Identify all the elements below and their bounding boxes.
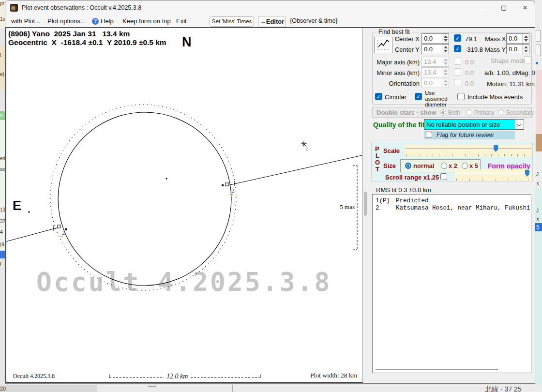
fitted-body-circle: [58, 112, 231, 286]
bg-block: [0, 251, 5, 258]
set-miss-times-button[interactable]: Set 'Miss' Times: [210, 16, 254, 27]
major-axis-spinner: 13.4: [422, 57, 449, 67]
plot-settings-panel: P L O T Scale Size normal x 2 x 5: [371, 142, 533, 181]
major-axis-value: 13.4: [424, 58, 436, 65]
slider-groove: [406, 148, 531, 149]
center-x-value[interactable]: 0.0: [424, 35, 433, 42]
double-both-radio: [440, 109, 446, 116]
flag-review-checkbox[interactable]: [426, 132, 432, 138]
bg-fragment: 13: [0, 207, 5, 212]
north-label: N: [182, 35, 192, 50]
spin-buttons[interactable]: [522, 34, 529, 43]
orientation-err-value: 0.0: [465, 80, 474, 87]
include-miss-events-label: Include Miss events: [467, 93, 523, 101]
menu-with-plot[interactable]: with Plot...: [11, 15, 40, 27]
observation-number: 2: [376, 205, 396, 211]
center-x-spinner[interactable]: 0.0: [422, 33, 449, 44]
menu-help[interactable]: Help: [101, 15, 114, 27]
plot-letter-o: O: [375, 159, 380, 166]
bg-block: [536, 134, 542, 151]
bg-divider: [232, 385, 233, 392]
chord2-left-endpoint: [58, 225, 60, 228]
center-x-label: Center X: [388, 35, 420, 43]
size-x5-radio[interactable]: [462, 163, 468, 169]
listbox-horizontal-scrollbar[interactable]: [376, 369, 498, 370]
ab-dmag-value: a/b: 1.00, dMag: 0.00: [484, 69, 529, 76]
observation-row[interactable]: 2Katsumasa Hosoi, near Miharu, Fukushima: [376, 205, 530, 212]
close-button[interactable]: ✕: [514, 0, 535, 15]
mass-y-value[interactable]: 0.0: [509, 45, 517, 53]
offset-x-checkbox[interactable]: [454, 34, 461, 42]
scale-slider-thumb[interactable]: [494, 145, 498, 152]
scrollbar-thumb[interactable]: [364, 192, 367, 216]
client-area: Occult 4.2025.3.8: [5, 28, 535, 384]
mass-x-value[interactable]: 0.0: [509, 35, 517, 42]
double-secondary-label: Secondary: [506, 109, 534, 116]
combo-dropdown-button[interactable]: [514, 120, 524, 129]
orientation-spinner: 0.0: [422, 78, 449, 88]
quality-combobox[interactable]: No reliable position or size: [424, 119, 524, 130]
spin-buttons[interactable]: [442, 45, 449, 54]
double-stars-group: Double stars - show Both Primary Seconda…: [372, 107, 532, 118]
spin-buttons[interactable]: [442, 34, 449, 43]
mass-y-spinner[interactable]: 0.0: [506, 44, 529, 54]
double-primary-label: Primary: [474, 109, 494, 116]
minimize-button[interactable]: —: [472, 0, 493, 15]
chord2-right-endpoint: [226, 183, 228, 186]
mass-x-spinner[interactable]: 0.0: [506, 33, 529, 44]
quality-of-fit-label: Quality of the fit: [373, 121, 425, 129]
spin-buttons[interactable]: [522, 45, 529, 54]
offset-y-checkbox[interactable]: [454, 45, 461, 52]
menu-exit[interactable]: Exit: [176, 15, 187, 27]
bg-fragment: F: [0, 261, 3, 267]
size-normal-label: normal: [413, 162, 434, 169]
titlebar[interactable]: Plot event observations : Occult v.4.202…: [5, 0, 535, 15]
bg-scroll-dash: [148, 386, 156, 387]
chord2-right-line: [228, 155, 362, 185]
use-assumed-diameter-checkbox[interactable]: [415, 93, 422, 100]
scroll-range-label: Scroll range x1.25: [385, 174, 439, 181]
plot-vertical-scrollbar[interactable]: [363, 28, 368, 383]
center-y-spinner[interactable]: 0.0: [422, 44, 449, 54]
orientation-label: Orientation: [373, 80, 420, 87]
size-label: Size: [383, 162, 396, 169]
event-title: (8906) Yano 2025 Jan 31 13.4 km: [8, 30, 130, 38]
center-y-value[interactable]: 0.0: [424, 45, 433, 53]
help-icon[interactable]: [92, 18, 99, 25]
shape-model-checkbox: [524, 56, 531, 63]
editor-button[interactable]: →Editor: [258, 16, 286, 27]
scroll-range-checkbox[interactable]: [440, 173, 447, 180]
app-icon: [10, 4, 18, 12]
predicted-star-label: 1: [305, 145, 308, 152]
menu-plot-options[interactable]: Plot options...: [47, 15, 86, 27]
east-label: E: [13, 198, 21, 213]
scale-slider[interactable]: [405, 145, 532, 157]
field-star-dot: [28, 211, 30, 213]
background-window-left-sliver: pt 1e t e) n ed se 13 37 4 (9 F: [0, 0, 5, 385]
menu-keep-on-top[interactable]: Keep form on top: [122, 15, 171, 27]
minor-axis-label: Minor axis (km): [373, 69, 420, 76]
orientation-err-checkbox: [454, 79, 461, 86]
bg-fragment: ed: [0, 156, 5, 161]
double-secondary-radio: [498, 109, 504, 116]
include-miss-events-checkbox[interactable]: [457, 93, 465, 100]
motion-value: Motion: 11.31 km/s: [487, 80, 535, 88]
bg-fragment-cjk: 北緯 · 37 25: [485, 385, 521, 392]
observation-row[interactable]: 1(P)Predicted: [376, 197, 530, 205]
maximize-button[interactable]: ▢: [493, 0, 514, 15]
size-normal-radio[interactable]: [405, 163, 411, 169]
mas-scale-label: 5 mas: [331, 203, 355, 211]
bg-fragment: 20: [0, 386, 6, 392]
circular-checkbox[interactable]: [375, 93, 382, 100]
bg-fragment: 5: [536, 224, 540, 231]
form-opacity-slider[interactable]: [454, 169, 532, 181]
scale-label: Scale: [383, 147, 400, 154]
size-x2-radio[interactable]: [441, 163, 447, 169]
observations-listbox[interactable]: 1(P)Predicted 2Katsumasa Hosoi, near Mih…: [372, 194, 531, 373]
plot-canvas[interactable]: Occult 4.2025.3.8: [5, 28, 363, 383]
bg-fragment: 37: [0, 219, 5, 224]
major-axis-label: Major axis (km): [373, 59, 420, 66]
app-window: Plot event observations : Occult v.4.202…: [5, 0, 535, 384]
opacity-slider-thumb[interactable]: [525, 170, 529, 177]
bg-block: [536, 45, 541, 56]
